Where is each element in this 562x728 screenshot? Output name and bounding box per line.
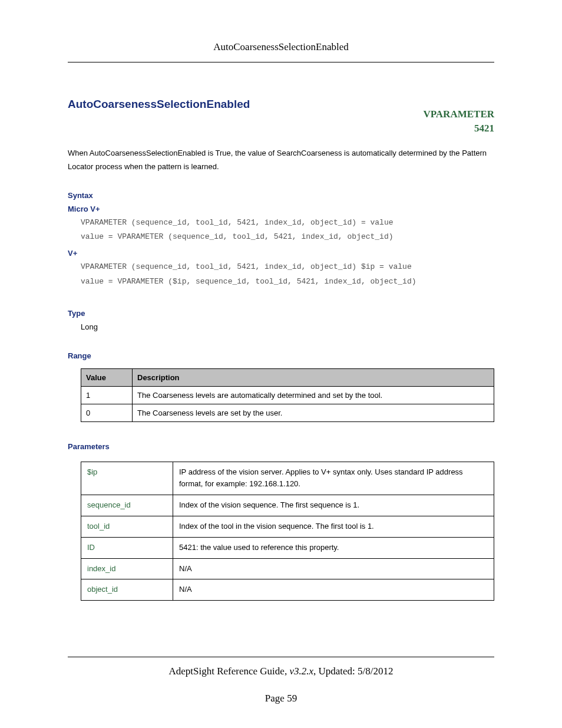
param-desc: N/A xyxy=(173,558,494,579)
vplus-heading: V+ xyxy=(68,249,494,258)
param-desc: 5421: the value used to reference this p… xyxy=(173,537,494,558)
page-footer: AdeptSight Reference Guide, v3.2.x, Upda… xyxy=(0,657,562,704)
range-header-value: Value xyxy=(81,368,133,386)
footer-version: , v3.2.x xyxy=(285,666,313,677)
vparameter-badge: VPARAMETER 5421 xyxy=(423,98,494,136)
range-desc: The Coarseness levels are set by the use… xyxy=(133,404,494,421)
running-header: AutoCoarsenessSelectionEnabled xyxy=(68,41,494,62)
footer-guide: AdeptSight Reference Guide xyxy=(169,666,285,677)
page-number: Page 59 xyxy=(0,693,562,704)
microv-code: VPARAMETER (sequence_id, tool_id, 5421, … xyxy=(81,216,494,244)
vplus-code: VPARAMETER (sequence_id, tool_id, 5421, … xyxy=(81,260,494,288)
range-table: Value Description 1 The Coarseness level… xyxy=(81,368,494,422)
param-desc: N/A xyxy=(173,579,494,601)
footer-updated: , Updated: 5/8/2012 xyxy=(313,666,394,677)
param-name: sequence_id xyxy=(81,495,173,516)
table-row: sequence_id Index of the vision sequence… xyxy=(81,495,494,516)
range-header-description: Description xyxy=(133,368,494,386)
vparam-label: VPARAMETER xyxy=(423,107,494,121)
param-name: $ip xyxy=(81,462,173,495)
range-value: 1 xyxy=(81,386,133,404)
parameters-table: $ip IP address of the vision server. App… xyxy=(81,462,494,601)
page-title: AutoCoarsenessSelectionEnabled xyxy=(68,98,250,111)
type-heading: Type xyxy=(68,309,494,318)
table-row: $ip IP address of the vision server. App… xyxy=(81,462,494,495)
vparam-code: 5421 xyxy=(423,121,494,136)
range-desc: The Coarseness levels are automatically … xyxy=(133,386,494,404)
type-value: Long xyxy=(81,322,494,331)
param-name: object_id xyxy=(81,579,173,601)
microv-heading: Micro V+ xyxy=(68,205,494,213)
table-row: index_id N/A xyxy=(81,558,494,579)
table-row: tool_id Index of the tool in the vision … xyxy=(81,516,494,537)
intro-text: When AutoCoarsenessSelectionEnabled is T… xyxy=(68,146,494,174)
param-desc: Index of the vision sequence. The first … xyxy=(173,495,494,516)
syntax-heading: Syntax xyxy=(68,191,494,200)
table-row: 0 The Coarseness levels are set by the u… xyxy=(81,404,494,421)
parameters-heading: Parameters xyxy=(68,442,494,451)
param-desc: IP address of the vision server. Applies… xyxy=(173,462,494,495)
param-desc: Index of the tool in the vision sequence… xyxy=(173,516,494,537)
param-name: ID xyxy=(81,537,173,558)
table-row: ID 5421: the value used to reference thi… xyxy=(81,537,494,558)
table-row: 1 The Coarseness levels are automaticall… xyxy=(81,386,494,404)
param-name: index_id xyxy=(81,558,173,579)
range-value: 0 xyxy=(81,404,133,421)
param-name: tool_id xyxy=(81,516,173,537)
range-heading: Range xyxy=(68,351,494,360)
table-row: object_id N/A xyxy=(81,579,494,601)
